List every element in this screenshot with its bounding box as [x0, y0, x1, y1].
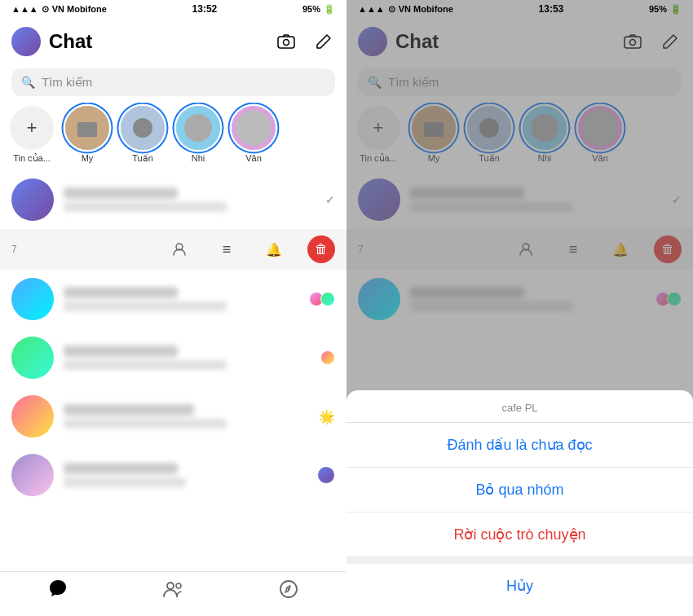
- chat-item-4-left[interactable]: [0, 328, 346, 387]
- chat-msg-5-left: [64, 419, 227, 429]
- group-av-small-3-left: [320, 350, 335, 365]
- svg-rect-0: [278, 37, 294, 48]
- status-bar-left: ▲▲▲ ⊙ VN Mobifone 13:52 95% 🔋: [0, 0, 346, 18]
- story-nhi-left[interactable]: Nhi: [174, 106, 222, 163]
- chat-list-left: ✓ 7 ≡ 🔔 🗑: [0, 170, 346, 571]
- chat-right-1-left: ✓: [325, 193, 335, 206]
- chat-msg-3-left: [64, 301, 227, 311]
- story-avatar-tuan-left: [121, 106, 165, 150]
- context-menu: cafe PL Đánh dấu là chưa đọc Bỏ qua nhóm…: [346, 390, 693, 616]
- chat-avatar-5-left: [11, 395, 54, 438]
- story-label-van-left: Vân: [245, 153, 262, 163]
- story-van-left[interactable]: Vân: [230, 106, 277, 163]
- battery-icon-left: 🔋: [324, 4, 335, 15]
- swipe-label-left: 7: [0, 244, 17, 255]
- story-tuan-left[interactable]: Tuấn: [119, 106, 166, 164]
- story-avatar-van-left: [232, 106, 276, 150]
- chat-msg-1-left: [64, 202, 227, 212]
- tab-chat-left[interactable]: [47, 579, 68, 600]
- context-menu-item-mark-unread[interactable]: Đánh dấu là chưa đọc: [346, 423, 693, 468]
- emoji-icon-5-left: 🌟: [319, 409, 335, 425]
- read-icon-1-left: ✓: [325, 193, 335, 206]
- camera-button-left[interactable]: [275, 30, 298, 53]
- left-screen: ▲▲▲ ⊙ VN Mobifone 13:52 95% 🔋 Chat: [0, 0, 346, 616]
- chat-item-3-left[interactable]: [0, 270, 346, 328]
- swipe-actions-left: ≡ 🔔 🗑: [154, 229, 346, 270]
- context-menu-item-ignore-group[interactable]: Bỏ qua nhóm: [346, 468, 693, 513]
- story-add-left[interactable]: + Tin của...: [8, 106, 55, 164]
- svg-point-4: [176, 583, 181, 588]
- group-av-4-left: [320, 350, 335, 365]
- story-avatar-my-left: [65, 106, 109, 150]
- action-person-left[interactable]: [166, 235, 193, 263]
- story-label-nhi-left: Nhi: [192, 153, 205, 163]
- chat-content-1-left: [64, 187, 316, 212]
- av-small-6-left: [317, 466, 335, 484]
- chat-avatar-4-left: [11, 337, 54, 379]
- chat-content-3-left: [64, 287, 299, 311]
- context-menu-overlay: cafe PL Đánh dấu là chưa đọc Bỏ qua nhóm…: [346, 0, 693, 616]
- chat-name-3-left: [64, 287, 178, 298]
- chat-avatar-3-left: [11, 278, 54, 320]
- chat-name-6-left: [64, 463, 178, 474]
- search-bar-left[interactable]: 🔍 Tìm kiếm: [11, 68, 335, 96]
- svg-point-6: [288, 588, 290, 591]
- svg-point-3: [167, 583, 174, 589]
- action-bell-left[interactable]: 🔔: [260, 235, 288, 263]
- status-battery-left: 95% 🔋: [302, 4, 335, 15]
- story-label-tuan-left: Tuấn: [132, 153, 153, 164]
- signal-icon-left: ▲▲▲: [11, 4, 38, 14]
- user-avatar-left[interactable]: [11, 27, 41, 56]
- chat-avatar-6-left: [11, 454, 54, 496]
- wifi-icon-left: ⊙: [42, 4, 49, 15]
- chat-name-4-left: [64, 345, 178, 357]
- chat-content-4-left: [64, 345, 311, 370]
- status-time-left: 13:52: [192, 3, 218, 15]
- context-menu-item-cancel[interactable]: Hủy: [346, 564, 693, 608]
- chat-item-5-left[interactable]: 🌟: [0, 387, 346, 446]
- action-menu-left[interactable]: ≡: [213, 235, 241, 263]
- context-menu-separator: [346, 557, 693, 564]
- right-screen: ▲▲▲ ⊙ VN Mobifone 13:53 95% 🔋 Chat: [346, 0, 693, 616]
- chat-right-4-left: [320, 350, 335, 365]
- svg-point-1: [284, 40, 289, 46]
- chat-right-5-left: 🌟: [319, 409, 335, 425]
- chat-right-3-left: [309, 292, 335, 306]
- story-my-left[interactable]: My: [64, 106, 111, 163]
- tab-bar-left: [0, 571, 346, 616]
- page-title-left: Chat: [49, 30, 267, 53]
- chat-name-5-left: [64, 404, 194, 416]
- chat-msg-6-left: [64, 477, 186, 487]
- status-carrier-left: ▲▲▲ ⊙ VN Mobifone: [11, 4, 107, 15]
- story-label-my-left: My: [82, 153, 94, 163]
- chat-content-5-left: [64, 404, 309, 429]
- context-menu-title: cafe PL: [346, 390, 693, 423]
- stories-row-left: + Tin của... My Tuấn Nhi Vân: [0, 103, 346, 170]
- battery-percent-left: 95%: [302, 4, 320, 14]
- chat-item-6-left[interactable]: [0, 446, 346, 504]
- story-add-label-left: Tin của...: [13, 153, 51, 164]
- chat-right-6-left: [317, 466, 335, 484]
- chat-name-1-left: [64, 187, 178, 199]
- swipe-row-left: 7 ≡ 🔔 🗑: [0, 229, 346, 270]
- chat-avatar-1-left: [11, 178, 54, 221]
- search-placeholder-left: Tìm kiếm: [42, 75, 92, 90]
- tab-discover-left[interactable]: [278, 579, 299, 600]
- story-avatar-nhi-left: [176, 106, 220, 150]
- group-av-3-left: [309, 292, 335, 306]
- group-av-small-2-left: [320, 292, 335, 306]
- action-trash-left[interactable]: 🗑: [307, 235, 335, 263]
- search-icon-left: 🔍: [21, 76, 35, 89]
- header-icons-left: [275, 30, 335, 53]
- context-menu-item-leave[interactable]: Rời cuộc trò chuyện: [346, 513, 693, 557]
- chat-msg-4-left: [64, 360, 227, 370]
- chat-content-6-left: [64, 463, 307, 487]
- tab-people-left[interactable]: [162, 579, 183, 600]
- header-left: Chat: [0, 18, 346, 65]
- chat-item-1-left[interactable]: ✓: [0, 170, 346, 229]
- compose-button-left[interactable]: [312, 30, 335, 53]
- story-add-icon-left: +: [10, 106, 54, 150]
